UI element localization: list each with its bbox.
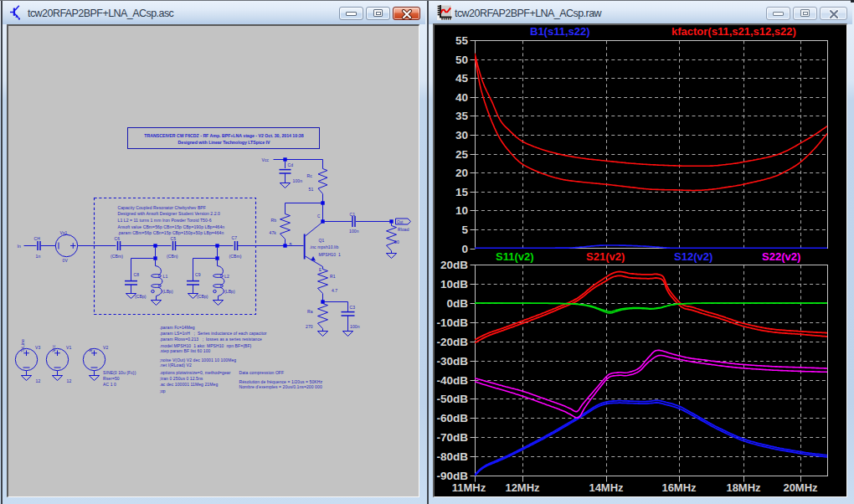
svg-text:Vs1: Vs1 <box>60 230 68 235</box>
svg-text:20: 20 <box>455 167 468 179</box>
svg-text:55: 55 <box>455 34 469 47</box>
svg-text:Résolution de fréquence = 1/20: Résolution de fréquence = 1/20us = 50KHz <box>239 379 323 384</box>
svg-text:50: 50 <box>455 54 468 66</box>
svg-text:kfactor(s11,s21,s12,s22): kfactor(s11,s21,s12,s22) <box>671 25 796 38</box>
svg-text:L1 L2 = 11 turns 1 mm Iron Pow: L1 L2 = 11 turns 1 mm Iron Powder Toroid… <box>118 218 212 223</box>
svg-text:SINE(0 10u {Fc}): SINE(0 10u {Fc}) <box>103 370 136 375</box>
svg-text:-80dB: -80dB <box>436 450 468 463</box>
svg-text:MPSH10 1: MPSH10 1 <box>319 252 342 257</box>
svg-text:C9: C9 <box>195 272 201 277</box>
svg-text:25: 25 <box>455 148 469 161</box>
svg-text:C5: C5 <box>171 236 177 241</box>
svg-text:Data compression OFF: Data compression OFF <box>239 370 285 375</box>
svg-text:Ra: Ra <box>307 309 313 314</box>
svg-text:Nombre d'exemples = 20us/0.1ns: Nombre d'exemples = 20us/0.1ns=200 000 <box>239 384 322 389</box>
svg-text:-30dB: -30dB <box>436 355 468 368</box>
svg-text:L1: L1 <box>163 274 168 279</box>
svg-text:35: 35 <box>455 110 469 122</box>
svg-text:C6: C6 <box>115 236 121 241</box>
svg-text:.net I(RLoad) V2: .net I(RLoad) V2 <box>160 363 192 368</box>
svg-text:-10dB: -10dB <box>436 316 468 329</box>
svg-text:S11(v2): S11(v2) <box>496 250 534 263</box>
svg-text:Rload: Rload <box>398 227 409 232</box>
svg-text:-70dB: -70dB <box>436 431 468 444</box>
svg-text:.step param BF list 60 100: .step param BF list 60 100 <box>160 348 211 353</box>
svg-text:Designed with Ansoft Designer: Designed with Ansoft Designer Student Ve… <box>118 211 221 216</box>
svg-text:R1: R1 <box>330 274 336 279</box>
svg-text:L2: L2 <box>224 274 229 279</box>
svg-text:10: 10 <box>455 204 468 217</box>
svg-text:Out: Out <box>397 220 404 224</box>
svg-text:AC 1 0: AC 1 0 <box>103 382 116 387</box>
svg-text:15: 15 <box>455 186 469 198</box>
svg-text:(CBm): (CBm) <box>229 254 242 259</box>
svg-text:10dB: 10dB <box>440 278 468 291</box>
svg-text:(CBp): (CBp) <box>135 294 147 299</box>
svg-text:.ac dec 100001 11Meg 21Meg: .ac dec 100001 11Meg 21Meg <box>160 382 219 387</box>
svg-text:16MHz: 16MHz <box>661 481 697 494</box>
svg-text:47k: 47k <box>270 230 277 235</box>
svg-text:12: 12 <box>36 378 41 383</box>
svg-text:In: In <box>88 348 93 352</box>
svg-text:0dB: 0dB <box>446 297 468 310</box>
svg-text:-60dB: -60dB <box>436 412 468 424</box>
svg-text:;tran 0 250us 0 12.5ns: ;tran 0 250us 0 12.5ns <box>160 376 203 381</box>
svg-text:C3: C3 <box>350 305 356 310</box>
svg-text:.param Rloss=0.213 ; losses: .param Rloss=0.213 ; losses as a series … <box>160 337 263 342</box>
svg-text:Vcc: Vcc <box>51 344 56 352</box>
svg-text:.param LS=1nH ; Series indu: .param LS=1nH ; Series inductance of eac… <box>160 331 267 336</box>
svg-text:11MHz: 11MHz <box>452 481 486 494</box>
svg-text:(CBp): (CBp) <box>197 294 208 299</box>
svg-text:50: 50 <box>394 239 399 244</box>
svg-text:1n: 1n <box>36 254 41 259</box>
svg-text:18MHz: 18MHz <box>726 481 761 494</box>
svg-text:CH: CH <box>34 236 41 241</box>
svg-text:Q1: Q1 <box>319 238 325 243</box>
svg-text:20MHz: 20MHz <box>783 481 818 494</box>
svg-text:C1: C1 <box>350 212 356 217</box>
svg-text:E: E <box>319 268 322 272</box>
svg-text:Rb: Rb <box>271 218 277 223</box>
svg-text:-50dB: -50dB <box>436 393 468 405</box>
svg-text:4.7: 4.7 <box>332 288 337 293</box>
svg-text:Vcc: Vcc <box>262 157 270 162</box>
svg-text:C8: C8 <box>134 272 140 277</box>
svg-text:V2: V2 <box>103 345 108 350</box>
svg-text:30: 30 <box>455 129 468 141</box>
svg-text:Rc: Rc <box>307 173 313 178</box>
svg-text:(CBn): (CBn) <box>167 254 178 259</box>
svg-text:.options plotwinsize=0, method: .options plotwinsize=0, method=gear <box>160 370 231 375</box>
svg-text:(CBm): (CBm) <box>111 254 123 259</box>
svg-text:Rser=50: Rser=50 <box>103 376 120 381</box>
svg-text:S21(v2): S21(v2) <box>586 250 625 263</box>
svg-text:100n: 100n <box>349 229 359 234</box>
svg-text:V1: V1 <box>66 345 71 350</box>
svg-text:100n: 100n <box>293 178 303 183</box>
svg-text:TxLine: TxLine <box>20 339 25 352</box>
svg-text:270: 270 <box>306 324 313 329</box>
svg-text:V3: V3 <box>35 345 40 350</box>
svg-text:-40dB: -40dB <box>436 374 468 387</box>
svg-text:S12(v2): S12(v2) <box>674 250 713 263</box>
svg-text:.inc mpsh10.lib: .inc mpsh10.lib <box>310 244 339 249</box>
svg-text:51: 51 <box>309 187 314 192</box>
svg-text:-20dB: -20dB <box>436 336 468 348</box>
svg-text:C7: C7 <box>232 235 238 240</box>
svg-text:(LBp): (LBp) <box>224 289 235 294</box>
svg-text:;op: ;op <box>160 388 166 393</box>
svg-text:.param CBm=56p CBn=15p CBp=15: .param CBm=56p CBn=15p CBp=150p+50p LBp=… <box>118 230 224 235</box>
svg-text:100n: 100n <box>350 324 360 329</box>
svg-text:5: 5 <box>461 224 468 236</box>
svg-text:40: 40 <box>455 91 468 104</box>
svg-text:In: In <box>18 244 21 249</box>
svg-text:(LBp): (LBp) <box>162 289 173 294</box>
svg-text:C: C <box>317 214 321 219</box>
svg-text:12: 12 <box>67 378 72 383</box>
svg-text:TRANSCEIVER CW F6CDZ - RF Amp.: TRANSCEIVER CW F6CDZ - RF Amp. BPF+LNA s… <box>144 133 303 138</box>
svg-text:Ansoft value CBm=56p CBn=15p: Ansoft value CBm=56p CBn=15p CBp=190p LB… <box>118 224 225 229</box>
svg-text:B1(s11,s22): B1(s11,s22) <box>530 25 590 38</box>
svg-text:14MHz: 14MHz <box>589 481 624 494</box>
svg-text:45: 45 <box>455 72 469 85</box>
svg-text:Cd: Cd <box>288 162 294 167</box>
svg-text:20dB: 20dB <box>440 259 468 271</box>
